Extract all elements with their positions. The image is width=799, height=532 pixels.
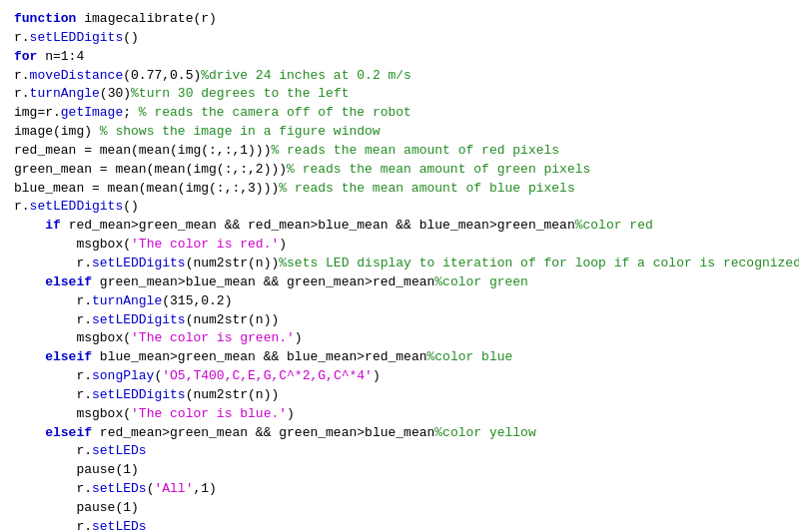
code-line-18: msgbox('The color is green.') <box>14 329 785 348</box>
code-line-17: r.setLEDDigits(num2str(n)) <box>14 311 785 330</box>
code-line-8: red_mean = mean(mean(img(:,:,1)))% reads… <box>14 142 785 161</box>
code-line-10: blue_mean = mean(mean(img(:,:,3)))% read… <box>14 180 785 199</box>
code-line-2: r.setLEDDigits() <box>14 29 785 48</box>
code-line-9: green_mean = mean(mean(img(:,:,2)))% rea… <box>14 161 785 180</box>
code-line-21: r.setLEDDigits(num2str(n)) <box>14 386 785 405</box>
code-line-26: r.setLEDs('All',1) <box>14 480 785 499</box>
code-line-15: elseif green_mean>blue_mean && green_mea… <box>14 273 785 292</box>
code-line-5: r.turnAngle(30)%turn 30 degrees to the l… <box>14 85 785 104</box>
code-line-4: r.moveDistance(0.77,0.5)%drive 24 inches… <box>14 67 785 86</box>
code-line-27: pause(1) <box>14 499 785 518</box>
code-line-19: elseif blue_mean>green_mean && blue_mean… <box>14 348 785 367</box>
code-line-20: r.songPlay('O5,T400,C,E,G,C^*2,G,C^*4') <box>14 367 785 386</box>
code-line-25: pause(1) <box>14 461 785 480</box>
code-line-7: image(img) % shows the image in a figure… <box>14 123 785 142</box>
code-line-22: msgbox('The color is blue.') <box>14 405 785 424</box>
code-line-6: img=r.getImage; % reads the camera off o… <box>14 104 785 123</box>
code-line-1: function imagecalibrate(r) <box>14 10 785 29</box>
code-line-12: if red_mean>green_mean && red_mean>blue_… <box>14 217 785 236</box>
code-line-14: r.setLEDDigits(num2str(n))%sets LED disp… <box>14 255 785 273</box>
code-line-3: for n=1:4 <box>14 48 785 67</box>
code-editor: function imagecalibrate(r) r.setLEDDigit… <box>0 0 799 532</box>
code-line-16: r.turnAngle(315,0.2) <box>14 292 785 311</box>
code-line-11: r.setLEDDigits() <box>14 198 785 217</box>
code-line-13: msgbox('The color is red.') <box>14 236 785 255</box>
code-line-23: elseif red_mean>green_mean && green_mean… <box>14 424 785 443</box>
code-line-28: r.setLEDs <box>14 518 785 532</box>
code-line-24: r.setLEDs <box>14 442 785 461</box>
